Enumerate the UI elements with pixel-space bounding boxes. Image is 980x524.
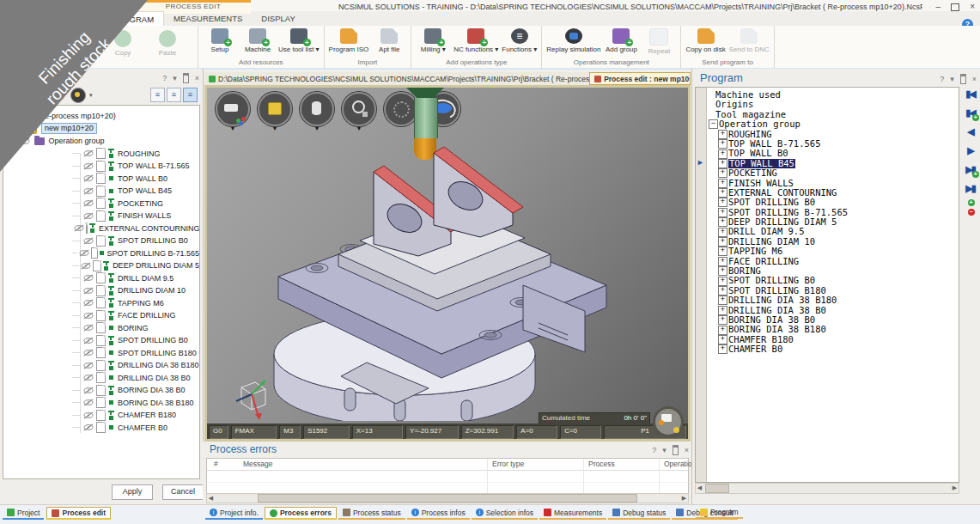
expand-icon[interactable]: + <box>718 228 727 237</box>
expand-icon[interactable]: + <box>718 315 727 325</box>
tab-measurements[interactable]: Measurements <box>539 507 606 520</box>
panel-menu-icon[interactable]: ▾ <box>173 74 177 82</box>
tree-operation-item[interactable]: SPOT DRILLING B0 <box>3 235 199 247</box>
solid-view-icon[interactable] <box>258 92 292 126</box>
scroll-right-icon[interactable]: ▶ <box>680 494 688 503</box>
tab-process-infos[interactable]: iProcess infos <box>407 507 470 520</box>
program-operation-item[interactable]: +TAPPING M6 <box>709 247 959 256</box>
expand-icon[interactable]: + <box>718 139 727 149</box>
tree-group-item[interactable]: ◢Operation group <box>3 135 199 148</box>
panel-help-icon[interactable]: ? <box>162 74 167 82</box>
expand-icon[interactable]: + <box>718 277 727 286</box>
tab-measurements[interactable]: MEASUREMENTS <box>164 11 252 26</box>
tree-operation-item[interactable]: POCKETING <box>3 198 199 210</box>
expand-icon[interactable]: + <box>718 168 727 178</box>
panel-menu-icon[interactable]: ▾ <box>662 446 667 454</box>
program-iso-button[interactable]: Program ISO <box>327 26 371 54</box>
panel-pin-icon[interactable] <box>673 445 679 455</box>
restore-button[interactable] <box>951 3 959 11</box>
paste-button[interactable]: Paste <box>149 27 186 58</box>
tree-operation-item[interactable]: EXTERNAL CONTOURNING <box>3 222 199 235</box>
skip-start-check-icon[interactable]: ▮◀+ <box>965 108 975 118</box>
apt-file-button[interactable]: Apt file <box>370 26 408 54</box>
expand-icon[interactable]: + <box>718 306 727 315</box>
expand-icon[interactable]: + <box>718 344 727 354</box>
tree-operation-item[interactable]: TOP WALL B0 <box>3 173 199 186</box>
expand-icon[interactable]: + <box>718 130 727 139</box>
stock-view-icon[interactable] <box>300 92 334 126</box>
program-operation-item[interactable]: +SPOT DRILLING B0 <box>709 198 959 207</box>
tree-operation-item[interactable]: CHAMFER B180 <box>3 409 199 422</box>
tab-project[interactable]: Project <box>3 507 44 520</box>
program-operation-item[interactable]: +CHAMFER B0 <box>709 344 959 354</box>
visibility-off-icon[interactable] <box>82 349 94 356</box>
visibility-off-icon[interactable] <box>82 362 94 369</box>
panel-help-icon[interactable]: ? <box>652 446 656 454</box>
tree-operation-item[interactable]: TAPPING M6 <box>3 297 199 310</box>
skip-start-icon[interactable]: ▮◀ <box>965 89 975 99</box>
visibility-off-icon[interactable] <box>82 162 94 170</box>
panel-pin-icon[interactable] <box>183 73 189 83</box>
tree-operation-item[interactable]: TOP WALL B-71.565 <box>3 160 199 173</box>
expand-icon[interactable]: + <box>718 296 727 305</box>
visibility-off-icon[interactable] <box>82 337 94 344</box>
visibility-off-icon[interactable] <box>82 374 94 381</box>
expand-icon[interactable]: + <box>718 159 727 168</box>
machine-button[interactable]: Machine <box>239 26 277 54</box>
tree-operation-item[interactable]: FACE DRILLING <box>3 309 199 322</box>
tree-operation-item[interactable]: DRILLING DIAM 10 <box>3 284 199 297</box>
cancel-button[interactable]: Cancel <box>162 484 204 500</box>
program-horizontal-scrollbar[interactable]: ◀ ▶ <box>695 483 959 494</box>
expand-icon[interactable]: + <box>718 266 727 276</box>
expand-icon[interactable]: + <box>718 188 727 198</box>
visibility-off-icon[interactable] <box>82 237 94 245</box>
visibility-off-icon[interactable] <box>82 312 94 320</box>
visibility-off-icon[interactable] <box>82 274 94 282</box>
close-button[interactable]: × <box>970 2 975 11</box>
program-operation-item[interactable]: +POCKETING <box>709 168 959 178</box>
expand-icon[interactable]: + <box>718 286 727 296</box>
program-vertical-scrollbar[interactable]: ► <box>696 88 707 482</box>
panel-help-icon[interactable]: ? <box>940 75 944 83</box>
tab-selection-infos[interactable]: iSelection infos <box>472 507 538 520</box>
expand-icon[interactable]: + <box>718 217 727 227</box>
visibility-off-icon[interactable] <box>79 249 89 257</box>
toolbar-dropdown-icon[interactable]: ▾ <box>89 92 93 99</box>
tree-operation-item[interactable]: SPOT DRILLING B-71.565 <box>3 247 199 260</box>
visibility-off-icon[interactable] <box>82 149 94 157</box>
document-tab-process-edit[interactable]: Process edit : new mp10+20 <box>589 72 691 85</box>
layout-list-icon[interactable]: ≡ <box>183 88 198 102</box>
machined-part-3d[interactable] <box>265 137 635 421</box>
skip-end-icon[interactable]: ▶▮ <box>965 184 975 193</box>
visibility-off-icon[interactable] <box>81 262 91 270</box>
scroll-left-icon[interactable]: ◀ <box>696 484 703 493</box>
tab-process-status[interactable]: Process status <box>338 507 405 520</box>
tree-operation-item[interactable]: DRILLING DIA 38 B180 <box>3 359 199 372</box>
tree-operation-item[interactable]: BORING DIA 38 B180 <box>3 397 199 410</box>
machine-state-icon[interactable] <box>653 406 684 437</box>
program-group-item[interactable]: −Operation group <box>709 119 959 129</box>
expand-icon[interactable]: + <box>718 247 727 256</box>
dropdown-caret-icon[interactable]: ▼ <box>356 125 362 131</box>
panel-close-icon[interactable]: × <box>972 75 977 83</box>
tree-operation-item[interactable]: DEEP DRILLING DIAM 5 <box>3 259 199 272</box>
layout-list-icon[interactable]: ≡ <box>150 88 165 102</box>
tab-project-info-[interactable]: iProject info. <box>205 507 263 520</box>
expand-icon[interactable]: + <box>718 179 727 188</box>
tree-operation-item[interactable]: BORING DIA 38 B0 <box>3 384 199 397</box>
minimize-button[interactable]: – <box>936 2 941 11</box>
tree-operation-item[interactable]: TOP WALL B45 <box>3 185 199 198</box>
scroll-thumb[interactable] <box>705 484 729 493</box>
setup-button[interactable]: Setup <box>201 26 239 54</box>
scroll-right-icon[interactable]: ▶ <box>951 484 959 493</box>
document-tab-project[interactable]: D:\Data\SPRING TECHNOLOGIES\NCSIMUL SOLU… <box>204 72 589 85</box>
expand-icon[interactable]: + <box>718 257 727 266</box>
add-group-button[interactable]: Add group <box>602 26 640 54</box>
visibility-off-icon[interactable] <box>82 423 94 431</box>
tree-operation-item[interactable]: CHAMFER B0 <box>3 422 199 435</box>
scroll-left-icon[interactable]: ◀ <box>207 494 215 503</box>
panel-menu-icon[interactable]: ▾ <box>950 75 954 83</box>
dropdown-caret-icon[interactable]: ▼ <box>314 125 320 131</box>
copy-disk-button[interactable]: Copy on disk <box>684 26 727 54</box>
dropdown-caret-icon[interactable]: ▼ <box>272 125 278 131</box>
